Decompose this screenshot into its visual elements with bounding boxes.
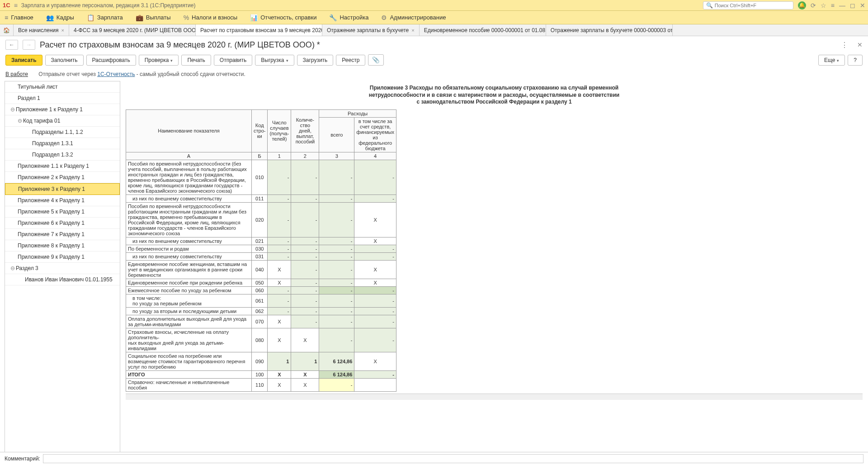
cell-value[interactable] [354, 378, 396, 391]
nav-item[interactable]: Подраздел 1.3.1 [5, 138, 120, 149]
nav-item[interactable]: Приложение 8 к Разделу 1 [5, 240, 120, 251]
menu-admin[interactable]: ⚙Администрирование [381, 14, 446, 21]
cell-value[interactable]: - [319, 279, 354, 286]
nav-item[interactable]: Подраздел 1.3.2 [5, 149, 120, 161]
menu-main[interactable]: ≡Главное [5, 14, 33, 21]
cell-value[interactable]: - [268, 245, 291, 252]
cell-value[interactable]: - [319, 307, 354, 315]
cell-value[interactable]: 6 124,86 [319, 370, 354, 378]
cell-value[interactable]: - [291, 160, 319, 195]
nav-item[interactable]: Иванов Иван Иванович 01.01.1955 [5, 274, 120, 285]
cell-value[interactable]: - [291, 260, 319, 279]
cell-value[interactable]: Х [268, 279, 291, 286]
cell-value[interactable]: - [268, 237, 291, 245]
burger-icon[interactable]: ≡ [14, 2, 18, 9]
cell-value[interactable]: - [319, 294, 354, 307]
nav-item[interactable]: Приложение 1.1 к Разделу 1 [5, 161, 120, 172]
tab-close-icon[interactable]: × [411, 28, 414, 33]
cell-value[interactable]: - [291, 307, 319, 315]
cell-value[interactable]: - [319, 315, 354, 328]
close-icon[interactable]: ✕ [860, 2, 865, 9]
menu-taxes[interactable]: %Налоги и взносы [184, 14, 238, 21]
nav-item[interactable]: ⊖Код тарифа 01 [5, 115, 120, 127]
cell-value[interactable]: Х [268, 328, 291, 352]
more-button[interactable]: Еще▾ [818, 55, 845, 66]
cell-value[interactable]: Х [291, 378, 319, 391]
menu-icon[interactable]: ≡ [831, 2, 835, 9]
cell-value[interactable]: - [319, 252, 354, 260]
history-icon[interactable]: ⟳ [811, 2, 816, 9]
cell-value[interactable]: - [291, 294, 319, 307]
cell-value[interactable]: Х [354, 279, 396, 286]
cell-value[interactable]: Х [268, 370, 291, 378]
home-tab[interactable]: 🏠 [0, 24, 14, 36]
maximize-icon[interactable]: ◻ [850, 2, 855, 9]
cell-value[interactable]: - [291, 279, 319, 286]
send-button[interactable]: Отправить [214, 55, 253, 66]
menu-salary[interactable]: 📋Зарплата [87, 14, 123, 21]
nav-item[interactable]: Приложение 4 к Разделу 1 [5, 195, 120, 206]
attach-button[interactable]: 📎 [368, 54, 384, 66]
print-button[interactable]: Печать [181, 55, 211, 66]
cell-value[interactable]: - [291, 252, 319, 260]
cell-value[interactable]: - [319, 195, 354, 202]
nav-item[interactable]: Подразделы 1.1, 1.2 [5, 127, 120, 138]
nav-item[interactable]: ⊖Приложение 1 к Разделу 1 [5, 104, 120, 115]
cell-value[interactable]: - [319, 160, 354, 195]
write-button[interactable]: Записать [5, 55, 42, 66]
cell-value[interactable]: 6 124,86 [319, 352, 354, 370]
cell-value[interactable]: Х [291, 370, 319, 378]
expander-icon[interactable]: ⊖ [10, 265, 16, 271]
cell-value[interactable]: - [354, 286, 396, 294]
kebab-icon[interactable]: ⋮ [841, 41, 848, 49]
state-link[interactable]: В работе [5, 71, 28, 77]
tab-2[interactable]: Расчет по страховым взносам за 9 месяцев… [196, 24, 322, 36]
expander-icon[interactable]: ⊖ [10, 106, 16, 113]
check-button[interactable]: Проверка▾ [139, 55, 179, 66]
nav-item[interactable]: Приложение 6 к Разделу 1 [5, 218, 120, 229]
help-button[interactable]: ? [848, 55, 863, 66]
cell-value[interactable]: - [354, 328, 396, 352]
menu-kadry[interactable]: 👥Кадры [46, 14, 74, 21]
minimize-icon[interactable]: — [839, 2, 845, 9]
cell-value[interactable]: Х [354, 237, 396, 245]
menu-payments[interactable]: 💼Выплаты [136, 14, 171, 21]
cell-value[interactable]: - [319, 237, 354, 245]
cell-value[interactable]: - [319, 328, 354, 352]
tab-0[interactable]: Все начисления× [14, 24, 69, 36]
load-button[interactable]: Загрузить [297, 55, 334, 66]
report-link[interactable]: 1С-Отчетность [97, 71, 135, 77]
cell-value[interactable]: - [319, 245, 354, 252]
export-button[interactable]: Выгрузка▾ [255, 55, 294, 66]
cell-value[interactable]: - [319, 378, 354, 391]
nav-item[interactable]: Приложение 3 к Разделу 1 [5, 183, 120, 195]
cell-value[interactable]: Х [291, 328, 319, 352]
nav-item[interactable]: Титульный лист [5, 81, 120, 93]
cell-value[interactable]: - [291, 237, 319, 245]
comment-input[interactable] [43, 454, 863, 456]
tab-5[interactable]: Отражение зарплаты в бухучете 0000-00000… [546, 24, 673, 36]
menu-settings[interactable]: 🔧Настройка [329, 14, 368, 21]
cell-value[interactable]: Х [354, 352, 396, 370]
tab-close-icon[interactable]: × [61, 28, 64, 33]
cell-value[interactable]: - [354, 315, 396, 328]
cell-value[interactable]: - [268, 286, 291, 294]
fill-button[interactable]: Заполнить [45, 55, 84, 66]
close-icon[interactable]: ✕ [857, 41, 863, 48]
cell-value[interactable]: Х [268, 315, 291, 328]
cell-value[interactable]: - [268, 294, 291, 307]
search-input[interactable] [715, 3, 790, 8]
global-search[interactable]: 🔍 [703, 1, 793, 9]
cell-value[interactable]: - [268, 195, 291, 202]
cell-value[interactable]: - [354, 195, 396, 202]
cell-value[interactable]: - [319, 202, 354, 237]
cell-value[interactable]: - [319, 286, 354, 294]
menu-reports[interactable]: 📊Отчетность, справки [250, 14, 316, 21]
cell-value[interactable]: 1 [291, 352, 319, 370]
cell-value[interactable]: Х [268, 260, 291, 279]
cell-value[interactable]: - [268, 160, 291, 195]
cell-value[interactable]: Х [268, 378, 291, 391]
cell-value[interactable]: 1 [268, 352, 291, 370]
cell-value[interactable]: - [291, 202, 319, 237]
tab-3[interactable]: Отражение зарплаты в бухучете× [322, 24, 420, 36]
